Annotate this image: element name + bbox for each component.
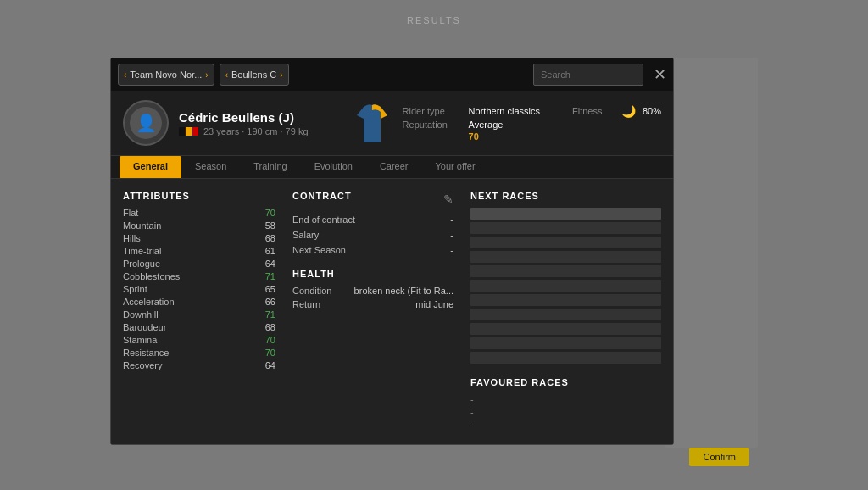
race-bar: [470, 323, 661, 335]
race-bar: [470, 352, 661, 364]
fitness-label: Fitness: [572, 106, 615, 116]
attr-value: 71: [265, 309, 275, 320]
contract-title: CONTRACT: [292, 191, 352, 201]
condition-value: broken neck (Fit to Ra...: [354, 286, 453, 296]
rider-details: 23 years · 190 cm · 79 kg: [179, 126, 342, 136]
attribute-row: Cobblestones 71: [123, 271, 275, 281]
attribute-row: Downhill 71: [123, 309, 275, 320]
attr-name: Recovery: [123, 360, 162, 370]
rider-name: Cédric Beullens (J): [179, 110, 342, 125]
main-content: ATTRIBUTES Flat 70Mountain 58Hills 68Tim…: [111, 179, 673, 444]
attr-value: 65: [265, 284, 275, 294]
attr-value: 68: [265, 322, 275, 332]
fitness-moon-icon: 🌙: [621, 104, 636, 118]
rider-nav-pill[interactable]: ‹ Beullens C ›: [220, 64, 289, 86]
race-bar: [470, 280, 661, 292]
attr-value: 70: [265, 335, 275, 345]
tab-your-offer[interactable]: Your offer: [422, 156, 489, 178]
attr-name: Downhill: [123, 309, 159, 320]
attribute-row: Time-trial 61: [123, 246, 275, 256]
race-bar: [470, 265, 661, 277]
attr-value: 71: [265, 271, 275, 281]
reputation-score: 70: [469, 131, 479, 142]
favoured-race-item: -: [470, 420, 661, 430]
attr-value: 70: [265, 348, 275, 358]
attr-name: Hills: [123, 233, 141, 243]
contract-salary-row: Salary -: [292, 230, 453, 240]
attr-value: 68: [265, 233, 275, 243]
team-prev-arrow[interactable]: ‹: [124, 70, 126, 80]
attribute-row: Stamina 70: [123, 335, 275, 345]
tab-general[interactable]: General: [120, 156, 181, 178]
fitness-value: 80%: [643, 106, 661, 116]
attr-name: Prologue: [123, 259, 160, 269]
avatar: 👤: [123, 100, 169, 146]
return-label: Return: [292, 299, 320, 309]
team-next-arrow[interactable]: ›: [205, 70, 208, 80]
return-value: mid June: [415, 299, 453, 309]
reputation-value: Average: [469, 120, 504, 130]
tab-evolution[interactable]: Evolution: [301, 156, 366, 178]
attr-value: 64: [265, 259, 275, 269]
attr-value: 61: [265, 246, 275, 256]
next-season-value: -: [450, 245, 453, 255]
race-bar: [470, 251, 661, 263]
contract-next-season-row: Next Season -: [292, 245, 453, 255]
contract-section: CONTRACT ✎ End of contract - Salary - Ne…: [292, 191, 453, 432]
race-bar: [470, 208, 661, 220]
attr-name: Sprint: [123, 284, 147, 294]
rider-info: Cédric Beullens (J) 23 years · 190 cm · …: [179, 110, 342, 136]
condition-label: Condition: [292, 286, 331, 296]
favoured-race-item: -: [470, 407, 661, 417]
race-bar: [470, 294, 661, 306]
attributes-section: ATTRIBUTES Flat 70Mountain 58Hills 68Tim…: [123, 191, 275, 432]
attribute-row: Mountain 58: [123, 220, 275, 231]
right-panel: [665, 58, 758, 448]
jersey: [352, 99, 392, 147]
close-icon[interactable]: ✕: [654, 67, 666, 82]
contract-edit-icon[interactable]: ✎: [443, 192, 453, 206]
salary-value: -: [450, 230, 453, 240]
attr-name: Mountain: [123, 220, 161, 231]
top-nav: ‹ Team Novo Nor... › ‹ Beullens C › ✕: [111, 58, 673, 91]
attribute-row: Sprint 65: [123, 284, 275, 294]
favoured-race-item: -: [470, 394, 661, 404]
rider-age-height-weight: 23 years · 190 cm · 79 kg: [203, 126, 309, 136]
flag-icon: [179, 127, 198, 136]
avatar-placeholder: 👤: [130, 107, 162, 139]
attr-name: Flat: [123, 208, 138, 218]
contract-end-row: End of contract -: [292, 214, 453, 225]
race-bar: [470, 337, 661, 349]
search-input[interactable]: [533, 64, 643, 86]
rider-type-label: Rider type: [403, 106, 462, 116]
attr-name: Resistance: [123, 348, 169, 358]
tab-career[interactable]: Career: [366, 156, 422, 178]
end-of-contract-label: End of contract: [292, 214, 355, 225]
attr-value: 58: [265, 220, 275, 231]
attr-value: 70: [265, 208, 275, 218]
rider-stats: Rider type Northern classics Fitness 🌙 8…: [403, 104, 661, 142]
confirm-button[interactable]: Confirm: [689, 448, 749, 466]
rider-next-arrow[interactable]: ›: [280, 70, 282, 80]
modal: ‹ Team Novo Nor... › ‹ Beullens C › ✕ 👤 …: [110, 58, 674, 445]
results-label: RESULTS: [407, 15, 461, 25]
attr-name: Stamina: [123, 335, 157, 345]
attr-name: Cobblestones: [123, 271, 180, 281]
team-nav-pill[interactable]: ‹ Team Novo Nor... ›: [118, 64, 214, 86]
rider-prev-arrow[interactable]: ‹: [225, 70, 228, 80]
rider-label: Beullens C: [231, 70, 276, 80]
team-label: Team Novo Nor...: [130, 70, 202, 80]
attribute-row: Hills 68: [123, 233, 275, 243]
favoured-races-title: FAVOURED RACES: [470, 377, 661, 387]
attribute-row: Baroudeur 68: [123, 322, 275, 332]
tab-training[interactable]: Training: [240, 156, 300, 178]
attr-name: Time-trial: [123, 246, 161, 256]
attr-name: Acceleration: [123, 297, 175, 307]
next-season-label: Next Season: [292, 245, 346, 255]
race-bar: [470, 309, 661, 320]
attribute-row: Acceleration 66: [123, 297, 275, 307]
tab-season[interactable]: Season: [181, 156, 240, 178]
reputation-label: Reputation: [403, 120, 462, 130]
next-races-title: NEXT RACES: [470, 191, 661, 201]
race-bar: [470, 237, 661, 248]
